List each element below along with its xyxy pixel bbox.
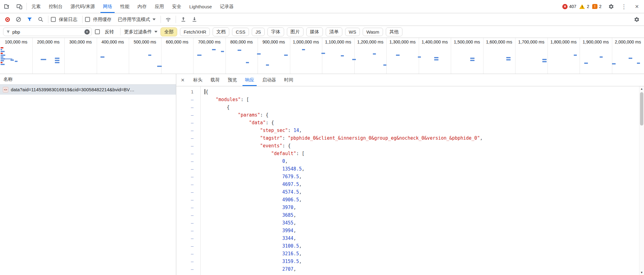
filter-type-chip[interactable]: Wasm — [363, 28, 383, 36]
vertical-scrollbar[interactable]: ▲ ▼ — [639, 86, 644, 275]
timeline-label: 600,000 ms — [161, 38, 194, 46]
name-column-header[interactable]: 名称 — [0, 74, 176, 84]
network-filter-box: ✕ — [3, 27, 92, 36]
timeline-activity-bar — [1, 51, 5, 52]
devtools-window: 元素控制台源代码/来源网络性能内存应用安全Lighthouse记录器 ✕ 407… — [0, 0, 644, 275]
toggle-filter-bar-button[interactable] — [25, 14, 35, 24]
code-text: { — [200, 88, 208, 96]
clear-filter-button[interactable]: ✕ — [84, 29, 90, 35]
filter-type-chip[interactable]: WS — [345, 28, 360, 36]
timeline-activity-bar — [434, 59, 438, 60]
scroll-down-button[interactable]: ▼ — [639, 271, 644, 274]
filter-type-chip[interactable]: 全部 — [161, 27, 177, 36]
chevron-down-icon — [153, 18, 156, 20]
network-toolbar: 保留日志 停用缓存 已停用节流模式 — [0, 13, 644, 26]
timeline-overview[interactable]: 100,000 ms200,000 ms300,000 ms400,000 ms… — [0, 38, 644, 74]
inspect-element-button[interactable] — [0, 0, 13, 13]
main-tab[interactable]: 性能 — [116, 0, 133, 13]
main-tab[interactable]: 源代码/来源 — [67, 0, 99, 13]
main-tab[interactable]: 元素 — [27, 0, 45, 13]
timeline-activity-bar — [302, 49, 305, 50]
filter-type-chip[interactable]: JS — [252, 28, 265, 36]
main-tab[interactable]: 控制台 — [45, 0, 67, 13]
network-conditions-button[interactable] — [163, 14, 173, 24]
search-icon — [38, 17, 43, 22]
timeline-activity-bar — [584, 63, 588, 64]
main-tab[interactable]: Lighthouse — [185, 0, 216, 13]
main-tab[interactable]: 应用 — [151, 0, 168, 13]
preserve-log-checkbox[interactable] — [51, 17, 56, 22]
main-tabbar: 元素控制台源代码/来源网络性能内存应用安全Lighthouse记录器 ✕ 407… — [0, 0, 644, 13]
disable-cache-checkbox[interactable] — [85, 17, 90, 22]
export-har-button[interactable] — [190, 14, 199, 24]
record-network-log-button[interactable] — [2, 14, 12, 24]
timeline-label: 700,000 ms — [193, 38, 226, 46]
code-line: –3970, — [176, 204, 644, 211]
main-tab[interactable]: 安全 — [168, 0, 185, 13]
timeline-activity-bar — [197, 55, 202, 56]
timeline-activity-bar — [55, 58, 59, 59]
network-filter-input[interactable] — [12, 29, 84, 35]
code-text: 4697.5, — [200, 181, 302, 188]
code-line: –4906.5, — [176, 196, 644, 204]
filter-type-chip[interactable]: 清单 — [326, 27, 342, 36]
details-tab[interactable]: 标头 — [189, 74, 206, 86]
code-text: "default": [ — [200, 150, 304, 158]
timeline-activity-bar — [470, 58, 475, 59]
filter-type-chip[interactable]: 图片 — [287, 27, 304, 36]
code-text: "tagstr": "pbphide_0&client_&innersign_0… — [200, 134, 483, 142]
line-number: – — [176, 134, 200, 142]
close-details-button[interactable]: ✕ — [176, 74, 189, 86]
filter-type-chip[interactable]: 其他 — [386, 27, 402, 36]
code-text: "events": { — [200, 142, 291, 150]
invert-filter-checkbox[interactable] — [95, 29, 100, 34]
timeline-activity-bar — [574, 55, 577, 56]
warning-count[interactable]: 2 — [587, 4, 589, 9]
main-tab[interactable]: 记录器 — [216, 0, 238, 13]
line-number: – — [176, 211, 200, 219]
details-tab[interactable]: 启动器 — [258, 74, 280, 86]
code-line: –"params": { — [176, 111, 644, 119]
code-text: 3970, — [200, 204, 296, 211]
scroll-up-button[interactable]: ▲ — [639, 87, 644, 90]
requests-panel: 名称 <>data?aid=114539983016919&cid=300584… — [0, 74, 176, 275]
line-number: – — [176, 127, 200, 134]
error-count[interactable]: 407 — [569, 4, 576, 9]
details-tab[interactable]: 响应 — [241, 74, 258, 86]
timeline-activity-bar — [1, 53, 3, 54]
clear-network-log-button[interactable] — [14, 14, 23, 24]
details-tab[interactable]: 预览 — [224, 74, 241, 86]
filter-type-chip[interactable]: CSS — [232, 28, 249, 36]
details-tab[interactable]: 载荷 — [206, 74, 224, 86]
code-line: –"events": { — [176, 142, 644, 150]
disable-cache-label: 停用缓存 — [93, 17, 112, 23]
gear-icon — [634, 17, 640, 23]
request-row[interactable]: <>data?aid=114539983016919&cid=300584822… — [0, 84, 176, 95]
main-tab[interactable]: 内存 — [133, 0, 151, 13]
timeline-label: 1,300,000 ms — [386, 38, 419, 46]
filter-type-chip[interactable]: 文档 — [213, 27, 229, 36]
search-network-button[interactable] — [36, 14, 46, 24]
close-devtools-button[interactable]: ✕ — [630, 4, 643, 10]
throttling-select[interactable]: 已停用节流模式 — [115, 17, 158, 23]
filter-type-chip[interactable]: Fetch/XHR — [180, 28, 210, 36]
scrollbar-thumb[interactable] — [640, 92, 643, 125]
timeline-activity-bar — [434, 57, 438, 58]
import-har-button[interactable] — [178, 14, 188, 24]
settings-button[interactable] — [605, 4, 618, 10]
more-filters-dropdown[interactable]: 更多过滤条件 — [124, 29, 157, 35]
more-options-button[interactable]: ⋮ — [618, 3, 630, 10]
main-tab[interactable]: 网络 — [99, 0, 116, 13]
details-tab[interactable]: 时间 — [280, 74, 297, 86]
device-toolbar-button[interactable] — [13, 0, 26, 13]
timeline-activity-bar — [1, 47, 3, 48]
filter-chips: 全部Fetch/XHR文档CSSJS字体图片媒体清单WSWasm其他 — [161, 27, 402, 36]
response-code[interactable]: 1{–"modules": [–{–"params": {–"data": {–… — [176, 86, 644, 275]
download-arrow-icon — [192, 17, 197, 22]
issues-count[interactable]: 2 — [599, 4, 601, 9]
timeline-activity-bar — [10, 60, 14, 61]
timeline-label: 1,100,000 ms — [322, 38, 354, 46]
filter-type-chip[interactable]: 媒体 — [306, 27, 323, 36]
network-settings-button[interactable] — [632, 14, 642, 24]
filter-type-chip[interactable]: 字体 — [267, 27, 284, 36]
